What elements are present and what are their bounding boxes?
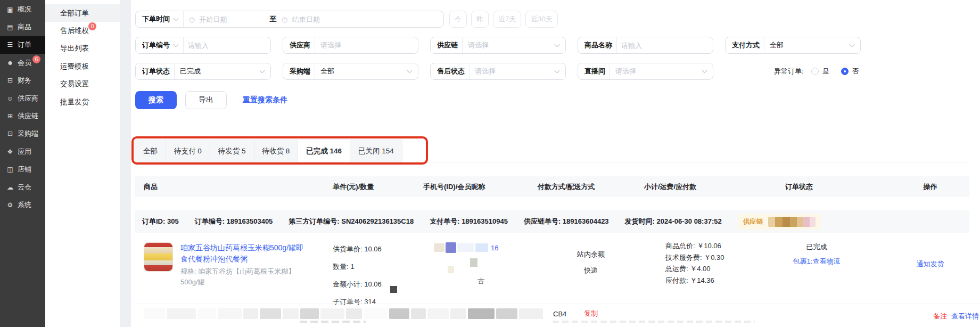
product-name-link[interactable]: 咱家五谷坊山药葛根玉米糊500g/罐即食代餐粉冲泡代餐粥 (180, 242, 310, 265)
redacted-block (243, 308, 258, 319)
member-cell: 16 古 (423, 233, 538, 310)
search-button[interactable]: 搜索 (135, 91, 177, 109)
shop-icon: ◫ (6, 166, 14, 173)
clock-icon: ◷ (189, 15, 195, 23)
header-payment: 付款方式/配送方式 (538, 182, 644, 192)
sidebar-item-supply-chain[interactable]: ⊞供应链 (0, 107, 45, 125)
sidebar-item-label: 商品 (18, 22, 31, 32)
status-cell: 已完成 包裹1:查看物流 (777, 233, 900, 310)
sidebar-item-orders[interactable]: ☰订单 (0, 36, 45, 54)
redacted-block (218, 308, 242, 319)
supply-chain-filter[interactable]: 供应链 请选择 (430, 37, 566, 54)
redacted-block (390, 286, 397, 293)
end-date-input[interactable] (288, 11, 443, 27)
abnormal-no-radio[interactable] (841, 68, 849, 75)
header-member: 手机号(ID)/会员昵称 (423, 182, 538, 192)
tab-pending-payment[interactable]: 待支付 0 (166, 140, 210, 162)
live-room-filter[interactable]: 直播间 请选择 (578, 63, 713, 80)
abnormal-no-label[interactable]: 否 (852, 67, 859, 76)
total-goods: 商品总价: ￥10.06 (665, 240, 777, 252)
redacted-block (389, 308, 409, 319)
submenu-trade-settings[interactable]: 交易设置 (45, 76, 120, 93)
package-logistics-link[interactable]: 包裹1:查看物流 (791, 256, 842, 267)
abnormal-yes-label[interactable]: 是 (822, 67, 829, 76)
tab-pending-receive[interactable]: 待收货 8 (254, 140, 299, 162)
primary-sidebar: ▣概况 ▤商品 ☰订单 ☻会员6 ⊟财务 ☺供应商 ⊞供应链 ⊡采购端 ❖应用 … (0, 0, 45, 327)
chevron-down-icon (174, 16, 179, 21)
filter-row-time: 下单时间 ◷ 至 ◷ 今 昨 近7天 近30天 (135, 11, 558, 28)
copy-link[interactable]: 复制 (584, 309, 598, 318)
products-icon: ▤ (6, 23, 14, 31)
product-name-filter[interactable]: 商品名称 (578, 37, 713, 54)
tab-pending-ship[interactable]: 待发货 5 (210, 140, 254, 162)
quick-range-today-button[interactable]: 今 (449, 11, 467, 28)
view-detail-link[interactable]: 查看详情 (951, 312, 979, 321)
live-room-select[interactable]: 请选择 (610, 67, 699, 76)
purchase-side-select[interactable]: 全部 (315, 67, 405, 76)
reset-filters-link[interactable]: 重置搜索条件 (243, 95, 287, 105)
sidebar-item-overview[interactable]: ▣概况 (0, 1, 45, 18)
order-management-page: ▣概况 ▤商品 ☰订单 ☻会员6 ⊟财务 ☺供应商 ⊞供应链 ⊡采购端 ❖应用 … (0, 0, 980, 327)
abnormal-order-filter: 异常订单: 是 否 (774, 67, 871, 76)
abnormal-yes-radio[interactable] (811, 68, 819, 75)
sidebar-item-shop[interactable]: ◫店铺 (0, 161, 45, 178)
pay-method-select[interactable]: 全部 (764, 40, 847, 50)
notify-ship-link[interactable]: 通知发货 (917, 260, 944, 268)
submenu-export-list[interactable]: 导出列表 (45, 40, 120, 58)
tab-completed[interactable]: 已完成 146 (298, 140, 350, 162)
order-no-input[interactable] (184, 37, 270, 53)
tab-closed[interactable]: 已关闭 154 (350, 140, 402, 162)
redacted-block (320, 308, 344, 319)
product-name-input[interactable] (617, 37, 713, 53)
sidebar-item-supplier[interactable]: ☺供应商 (0, 89, 45, 107)
system-icon: ⚙ (6, 201, 14, 209)
start-date-input[interactable] (195, 11, 269, 27)
product-spec: 规格: 咱家五谷坊【山药葛根玉米糊】500g/罐 (180, 266, 307, 288)
order-number: 订单编号: 189163503405 (195, 217, 273, 226)
order-status-filter[interactable]: 订单状态 已完成 (135, 63, 271, 80)
chevron-down-icon (702, 68, 707, 73)
order-no-filter[interactable]: 订单编号 (135, 37, 271, 54)
supplier-filter[interactable]: 供应商 请选择 (283, 37, 418, 54)
clock-icon: ◷ (282, 15, 287, 23)
purchase-side-filter[interactable]: 采购端 全部 (283, 63, 418, 80)
order-time-filter[interactable]: 下单时间 ◷ 至 ◷ (135, 11, 444, 28)
sidebar-item-label: 采购端 (18, 129, 38, 138)
submenu-batch-ship[interactable]: 批量发货 (45, 93, 120, 111)
sidebar-item-procurement[interactable]: ⊡采购端 (0, 125, 45, 143)
export-button[interactable]: 导出 (185, 91, 227, 109)
quick-range-30days-button[interactable]: 近30天 (525, 11, 557, 28)
pay-method-filter[interactable]: 支付方式 全部 (725, 37, 861, 54)
after-sale-status-select[interactable]: 请选择 (470, 67, 552, 76)
tab-all[interactable]: 全部 (135, 140, 166, 162)
sidebar-item-cloud-warehouse[interactable]: ☁云仓 (0, 178, 45, 196)
chevron-down-icon (555, 42, 560, 47)
product-cell: 咱家五谷坊山药葛根玉米糊500g/罐即食代餐粉冲泡代餐粥 规格: 咱家五谷坊【山… (144, 233, 333, 310)
sidebar-item-label: 供应商 (18, 94, 38, 103)
redacted-block (468, 308, 495, 319)
sidebar-item-products[interactable]: ▤商品 (0, 18, 45, 36)
submenu-after-sale[interactable]: 售后维权0 (45, 22, 120, 39)
sidebar-item-apps[interactable]: ❖应用 (0, 143, 45, 160)
redacted-block (167, 308, 196, 319)
submenu-freight-template[interactable]: 运费模板 (45, 58, 120, 75)
quick-range-yesterday-button[interactable]: 昨 (471, 11, 489, 28)
sidebar-item-label: 会员 (18, 58, 31, 68)
redacted-block (411, 308, 426, 319)
after-sale-badge: 0 (88, 22, 96, 30)
unit-price: 供货单价: 10.06 (333, 240, 423, 258)
redacted-member-id: 16 (434, 242, 498, 253)
sidebar-item-system[interactable]: ⚙系统 (0, 196, 45, 214)
procurement-icon: ⊡ (6, 130, 14, 137)
supplier-select[interactable]: 请选择 (315, 40, 418, 50)
table-header: 商品 单件(元)/数量 手机号(ID)/会员昵称 付款方式/配送方式 小计/运费… (135, 176, 969, 197)
after-sale-status-filter[interactable]: 售后状态 请选择 (430, 63, 566, 80)
sidebar-item-members[interactable]: ☻会员6 (0, 54, 45, 71)
supply-chain-select[interactable]: 请选择 (463, 40, 552, 50)
redacted-block (300, 308, 319, 319)
order-status-select[interactable]: 已完成 (175, 67, 257, 76)
submenu-all-orders[interactable]: 全部订单 (45, 4, 120, 22)
remark-link[interactable]: 备注 (933, 312, 947, 321)
sidebar-item-finance[interactable]: ⊟财务 (0, 72, 45, 89)
quick-range-7days-button[interactable]: 近7天 (493, 11, 521, 28)
